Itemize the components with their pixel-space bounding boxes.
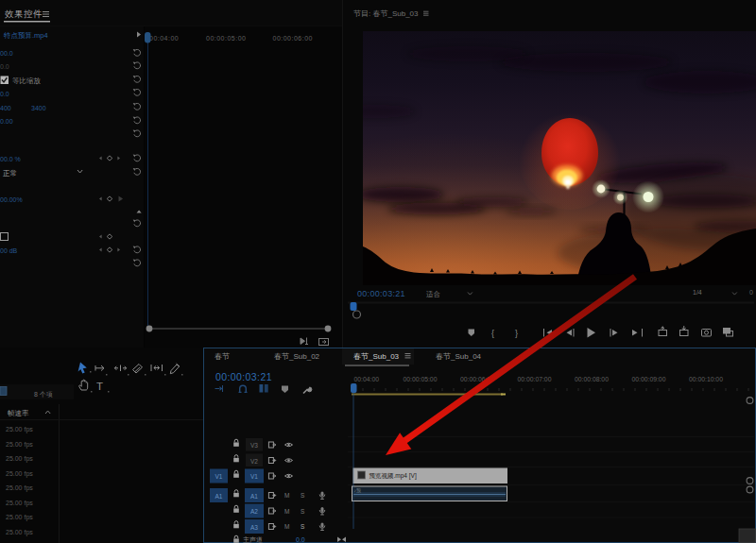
svg-text:00.0 %: 00.0 % [0, 156, 21, 162]
svg-text:00.00%: 00.00% [0, 196, 23, 203]
svg-text:春节_Sub_02: 春节_Sub_02 [274, 352, 320, 361]
svg-text:00:00:03:21: 00:00:03:21 [357, 289, 405, 298]
svg-text:25.00 fps: 25.00 fps [6, 455, 33, 463]
svg-text:S: S [301, 523, 305, 530]
svg-text:0: 0 [749, 289, 753, 296]
svg-text:春节: 春节 [215, 352, 230, 361]
svg-text:25.00 fps: 25.00 fps [6, 514, 33, 521]
svg-text:00:00:07:00: 00:00:07:00 [518, 376, 552, 382]
svg-text:0.00: 0.00 [0, 118, 13, 125]
svg-text:春节_Sub_03: 春节_Sub_03 [353, 352, 400, 361]
svg-text:25.00 fps: 25.00 fps [6, 529, 33, 536]
svg-text:00:00:06:00: 00:00:06:00 [273, 35, 313, 42]
svg-text:V3: V3 [250, 442, 258, 449]
svg-text:0.0: 0.0 [296, 536, 305, 543]
svg-text:A1: A1 [215, 493, 223, 500]
svg-text:00:00:05:00: 00:00:05:00 [404, 376, 438, 382]
svg-text:8 个项: 8 个项 [34, 391, 53, 398]
svg-text:00:04:00: 00:04:00 [149, 35, 179, 42]
svg-text:等比缩放: 等比缩放 [12, 76, 42, 85]
svg-text:A2: A2 [250, 508, 258, 515]
svg-text:M: M [284, 523, 289, 530]
svg-text:正常: 正常 [3, 169, 17, 178]
svg-text:25.00 fps: 25.00 fps [6, 470, 33, 478]
svg-text:25.00 fps: 25.00 fps [6, 426, 33, 433]
svg-text:T: T [96, 381, 103, 392]
svg-text:00 dB: 00 dB [0, 247, 18, 254]
svg-text:节目: 春节_Sub_03: 节目: 春节_Sub_03 [353, 9, 419, 18]
svg-text:00:00:10:00: 00:00:10:00 [689, 376, 723, 382]
svg-text:00:04:00: 00:04:00 [354, 376, 380, 382]
svg-text:A1: A1 [250, 493, 258, 500]
svg-text:{: { [491, 329, 494, 338]
svg-text:效果控件: 效果控件 [5, 8, 43, 19]
svg-text:A3: A3 [250, 524, 258, 531]
svg-text:00:00:08:00: 00:00:08:00 [575, 376, 609, 382]
svg-text:预览视频.mp4 [V]: 预览视频.mp4 [V] [369, 472, 417, 480]
svg-text:00:00:03:21: 00:00:03:21 [215, 371, 272, 382]
svg-text:♪预: ♪预 [354, 487, 362, 494]
svg-text:春节_Sub_04: 春节_Sub_04 [436, 352, 482, 361]
svg-text:M: M [284, 508, 289, 515]
svg-text:25.00 fps: 25.00 fps [6, 441, 33, 449]
svg-text:00:00:05:00: 00:00:05:00 [206, 35, 246, 42]
svg-text:1/4: 1/4 [693, 289, 702, 296]
svg-text:适合: 适合 [426, 290, 441, 298]
svg-text:主声道: 主声道 [243, 535, 263, 543]
svg-text:}: } [515, 329, 518, 338]
svg-text:25.00 fps: 25.00 fps [6, 484, 33, 492]
svg-text:0.0: 0.0 [0, 91, 9, 97]
svg-text:00:00:09:00: 00:00:09:00 [632, 376, 666, 382]
svg-text:00.0: 00.0 [0, 50, 13, 57]
svg-text:V1: V1 [250, 473, 258, 480]
svg-text:V1: V1 [215, 473, 223, 480]
svg-text:25.00 fps: 25.00 fps [6, 500, 33, 507]
svg-text:S: S [301, 492, 305, 499]
svg-text:特点预算.mp4: 特点预算.mp4 [3, 31, 48, 40]
svg-text:S: S [301, 508, 305, 515]
svg-text:M: M [284, 492, 289, 499]
svg-text:3400: 3400 [31, 105, 46, 111]
svg-text:帧速率: 帧速率 [8, 409, 29, 417]
svg-text:0.0: 0.0 [0, 63, 9, 70]
svg-text:V2: V2 [250, 458, 258, 465]
svg-text:400: 400 [0, 105, 11, 111]
